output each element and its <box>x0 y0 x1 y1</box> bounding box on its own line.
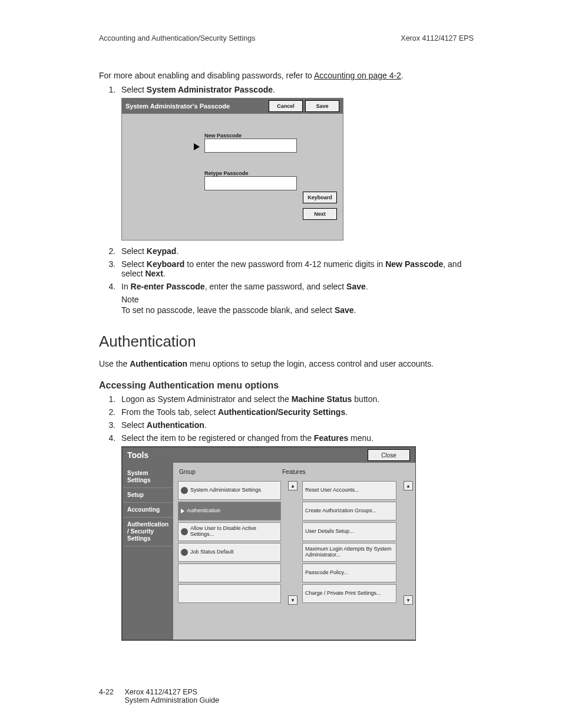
note-block: Note To set no passcode, leave the passc… <box>121 295 474 315</box>
feature-create-auth-groups[interactable]: Create Authorization Groups... <box>302 502 396 521</box>
header-left: Accounting and Authentication/Security S… <box>99 34 255 42</box>
close-button[interactable]: Close <box>368 449 410 461</box>
step-4: In Re-enter Passcode, enter the same pas… <box>118 282 474 315</box>
step-3: Select Keyboard to enter the new passwor… <box>118 259 474 278</box>
group-empty-2 <box>178 584 281 603</box>
cancel-button[interactable]: Cancel <box>269 100 303 112</box>
group-empty-1 <box>178 564 281 582</box>
procedure-list-1: Select System Administrator Passcode. Sy… <box>99 85 474 315</box>
keyboard-button[interactable]: Keyboard <box>303 192 337 203</box>
cursor-arrow-icon <box>194 143 200 150</box>
tools-content: Group Features System Administrator Sett… <box>173 463 415 640</box>
intro-paragraph: For more about enabling and disabling pa… <box>99 71 474 80</box>
step-2: Select Keypad. <box>118 246 474 256</box>
features-list: Reset User Accounts... Create Authorizat… <box>302 481 396 605</box>
group-list: System Administrator Settings Authentica… <box>178 481 281 605</box>
features-column-header: Features <box>282 469 305 475</box>
feature-reset-users[interactable]: Reset User Accounts... <box>302 481 396 500</box>
group-allow-disable[interactable]: Allow User to Disable Active Settings... <box>178 522 281 541</box>
passcode-dialog-title: System Administrator's Passcode <box>125 103 266 110</box>
save-button[interactable]: Save <box>305 100 339 112</box>
feature-charge-private-print[interactable]: Charge / Private Print Settings... <box>302 584 396 603</box>
note-title: Note <box>121 295 474 304</box>
feature-max-login-attempts[interactable]: Maximum Login Attempts By System Adminis… <box>302 543 396 562</box>
scroll-up-icon[interactable]: ▲ <box>404 481 413 490</box>
group-authentication[interactable]: Authentication <box>178 502 281 521</box>
scroll-down-icon[interactable]: ▼ <box>288 595 297 605</box>
accessing-auth-heading: Accessing Authentication menu options <box>99 380 474 391</box>
tools-tabs: System Settings Setup Accounting Authent… <box>123 463 173 640</box>
feature-passcode-policy[interactable]: Passcode Policy... <box>302 564 396 582</box>
page-header: Accounting and Authentication/Security S… <box>99 34 474 42</box>
tools-header: Tools Close <box>123 447 415 463</box>
gear-icon <box>181 528 188 535</box>
authentication-intro: Use the Authentication menu options to s… <box>99 359 474 368</box>
retype-passcode-label: Retype Passcode <box>204 170 249 176</box>
scroll-up-icon[interactable]: ▲ <box>288 481 297 490</box>
tab-system-settings[interactable]: System Settings <box>123 466 173 488</box>
header-right: Xerox 4112/4127 EPS <box>401 34 474 42</box>
group-scrollbar[interactable]: ▲ ▼ <box>288 481 296 605</box>
gear-icon <box>181 549 188 556</box>
auth-step-3: Select Authentication. <box>118 420 474 430</box>
retype-passcode-input[interactable] <box>204 176 297 190</box>
scroll-down-icon[interactable]: ▼ <box>404 595 413 605</box>
step-1: Select System Administrator Passcode. Sy… <box>118 85 474 241</box>
group-job-status-default[interactable]: Job Status Default <box>178 543 281 562</box>
auth-step-2: From the Tools tab, select Authenticatio… <box>118 407 474 417</box>
footer-doc-title: Xerox 4112/4127 EPS <box>124 688 197 696</box>
tools-title: Tools <box>127 450 368 460</box>
group-column-header: Group <box>179 469 282 475</box>
note-text: To set no passcode, leave the passcode b… <box>121 305 474 315</box>
tab-accounting[interactable]: Accounting <box>123 503 173 518</box>
accounting-link[interactable]: Accounting on page 4-2 <box>314 71 401 80</box>
passcode-dialog-header: System Administrator's Passcode Cancel S… <box>122 98 343 114</box>
feature-user-details[interactable]: User Details Setup... <box>302 522 396 541</box>
page-footer: 4-22 Xerox 4112/4127 EPS System Administ… <box>99 688 219 704</box>
footer-doc-subtitle: System Administration Guide <box>124 696 219 704</box>
new-passcode-label: New Passcode <box>204 133 242 139</box>
next-button[interactable]: Next <box>303 208 337 220</box>
passcode-screenshot: System Administrator's Passcode Cancel S… <box>121 98 343 241</box>
auth-step-4: Select the item to be registered or chan… <box>118 433 474 641</box>
group-sys-admin-settings[interactable]: System Administrator Settings <box>178 481 281 500</box>
page-number: 4-22 <box>99 688 123 696</box>
authentication-heading: Authentication <box>99 332 474 351</box>
tools-screenshot: Tools Close System Settings Setup Accoun… <box>121 446 416 641</box>
procedure-list-2: Logon as System Administrator and select… <box>99 394 474 641</box>
features-scrollbar[interactable]: ▲ ▼ <box>404 481 412 605</box>
new-passcode-input[interactable] <box>204 139 297 153</box>
gear-icon <box>181 487 188 494</box>
tab-auth-security[interactable]: Authentication / Security Settings <box>123 518 173 546</box>
tab-setup[interactable]: Setup <box>123 488 173 503</box>
auth-step-1: Logon as System Administrator and select… <box>118 394 474 404</box>
chevron-right-icon <box>181 509 184 513</box>
